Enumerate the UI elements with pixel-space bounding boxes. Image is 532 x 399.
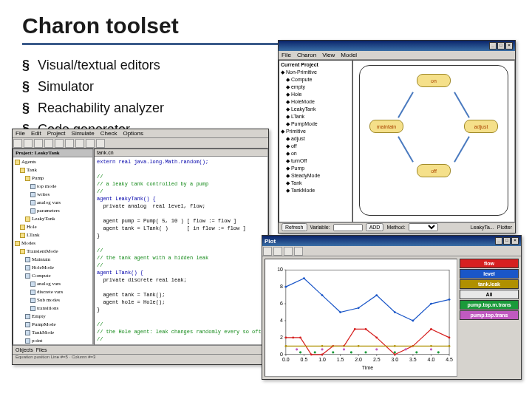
toolbar-button[interactable] xyxy=(263,247,272,256)
tree-node[interactable]: LTank xyxy=(15,231,91,239)
toolbar-button[interactable] xyxy=(284,247,293,256)
toolbar-button[interactable] xyxy=(75,139,84,148)
diagram-tree-node[interactable]: ◆ Tank xyxy=(281,180,350,187)
tree-node[interactable]: HoleMode xyxy=(15,264,91,272)
editor-tab[interactable]: Files xyxy=(36,347,47,352)
diagram-tree-node[interactable]: ◆ turnOff xyxy=(281,157,350,165)
tree-node[interactable]: Pump xyxy=(15,174,91,183)
close-icon[interactable]: × xyxy=(505,42,513,50)
tree-node[interactable]: Modes xyxy=(15,239,91,248)
tree-node[interactable]: top mode xyxy=(15,183,91,191)
diagram-tree-node[interactable]: ◆ on xyxy=(281,150,350,157)
diagram-tree-node[interactable]: ◆ TankMode xyxy=(281,187,350,194)
menu-item[interactable]: Model xyxy=(341,52,357,58)
diagram-menubar[interactable]: FileCharonViewModel xyxy=(279,51,515,60)
diagram-tree-node[interactable]: ◆ LeakyTank xyxy=(281,106,350,113)
diagram-tree-node[interactable]: ◆ Compute xyxy=(281,76,350,83)
toolbar-button[interactable] xyxy=(294,247,303,256)
toolbar-button[interactable] xyxy=(44,139,53,148)
diagram-tree-node[interactable]: ◆ Primitive xyxy=(281,128,350,135)
close-icon[interactable]: × xyxy=(511,237,519,245)
bottom-tab[interactable]: Plotter xyxy=(497,225,512,230)
tree-node[interactable]: Agents xyxy=(15,158,91,166)
tree-node[interactable]: writes xyxy=(15,191,91,199)
tree-node[interactable]: PumpMode xyxy=(15,321,91,329)
minimize-icon[interactable]: _ xyxy=(489,42,497,50)
diagram-tree-node[interactable]: ◆ empty xyxy=(281,83,350,91)
code-tab[interactable]: tank.cn xyxy=(95,149,267,157)
tree-node[interactable]: Compute xyxy=(15,272,91,280)
tree-node[interactable]: analog vars xyxy=(15,280,91,288)
diagram-tree-node[interactable]: ◆ SteadyMode xyxy=(281,172,350,180)
toolbar-button[interactable] xyxy=(65,139,74,148)
minimize-icon[interactable]: _ xyxy=(495,237,502,245)
toolbar-button[interactable] xyxy=(24,139,33,148)
tree-node[interactable]: TankMode xyxy=(15,329,91,337)
bottom-tabs[interactable]: ObjectsFiles xyxy=(13,345,268,354)
tree-node[interactable]: LeakyTank xyxy=(15,215,91,223)
maximize-icon[interactable]: □ xyxy=(503,237,511,245)
toolbar-button[interactable] xyxy=(55,139,64,148)
add-button[interactable]: ADD xyxy=(366,223,384,231)
toolbar-button[interactable] xyxy=(86,139,95,148)
diagram-tree-node[interactable]: ◆ Pump xyxy=(281,165,350,172)
state-on[interactable]: on xyxy=(417,74,451,87)
maximize-icon[interactable]: □ xyxy=(497,42,505,50)
state-adjust[interactable]: adjust xyxy=(464,120,498,133)
diagram-tree-node[interactable]: ◆ Hole xyxy=(281,91,350,98)
tree-node[interactable]: Empty xyxy=(15,313,91,321)
menu-item[interactable]: Edit xyxy=(31,130,41,137)
diagram-tree[interactable]: Current Project ◆ Non-Primitive◆ Compute… xyxy=(279,60,352,222)
editor-menubar[interactable]: FileEditProjectSimulateCheckOptions xyxy=(13,129,268,138)
menu-item[interactable]: Check xyxy=(100,130,117,137)
toolbar-button[interactable] xyxy=(13,139,22,148)
tree-node[interactable]: TransientMode xyxy=(15,248,91,256)
legend-item[interactable]: flow xyxy=(460,259,519,268)
tree-node[interactable]: discrete vars xyxy=(15,288,91,296)
menu-item[interactable]: File xyxy=(16,130,25,137)
tree-node[interactable]: Sub modes xyxy=(15,296,91,304)
diagram-tree-node[interactable]: ◆ Non-Primitive xyxy=(281,69,350,76)
diagram-canvas[interactable]: on maintain adjust off xyxy=(352,60,515,222)
tree-node[interactable]: Hole xyxy=(15,223,91,231)
refresh-button[interactable]: Refresh xyxy=(282,223,307,231)
state-off[interactable]: off xyxy=(417,164,451,177)
code-pane[interactable]: tank.cn extern real java.long.Math.rando… xyxy=(94,149,268,345)
legend-item[interactable]: pump.top.m.trans xyxy=(460,300,519,310)
diagram-tree-node[interactable]: ◆ off xyxy=(281,143,350,150)
editor-toolbar[interactable] xyxy=(13,138,268,149)
tree-node[interactable]: Maintain xyxy=(15,256,91,264)
menu-item[interactable]: Options xyxy=(123,130,143,137)
diagram-titlebar[interactable]: _ □ × xyxy=(279,41,515,51)
menu-item[interactable]: Project xyxy=(47,130,66,137)
menu-item[interactable]: File xyxy=(282,52,291,58)
toolbar-button[interactable] xyxy=(96,139,105,148)
tree-node[interactable]: transitions xyxy=(15,304,91,313)
legend-item[interactable]: level xyxy=(460,269,519,279)
toolbar-button[interactable] xyxy=(273,247,282,256)
tree-node[interactable]: parameters xyxy=(15,207,91,215)
tree-node[interactable]: analog vars xyxy=(15,199,91,207)
project-tree-pane[interactable]: Project: LeakyTank AgentsTankPumptop mod… xyxy=(13,149,94,345)
toolbar-button[interactable] xyxy=(34,139,43,148)
legend-item[interactable]: pump.top.trans xyxy=(460,310,519,320)
method-select[interactable] xyxy=(409,223,438,231)
menu-item[interactable]: View xyxy=(322,52,335,58)
tree-node[interactable]: point xyxy=(15,337,91,345)
tree-node[interactable]: Tank xyxy=(15,166,91,174)
state-maintain[interactable]: maintain xyxy=(369,120,403,133)
diagram-tree-node[interactable]: ◆ LTank xyxy=(281,113,350,120)
diagram-tree-node[interactable]: ◆ HoleMode xyxy=(281,98,350,106)
plot-toolbar[interactable] xyxy=(262,246,521,256)
legend-item[interactable]: tank.leak xyxy=(460,279,519,289)
menu-item[interactable]: Simulate xyxy=(72,130,95,137)
variable-input[interactable] xyxy=(333,224,363,231)
bottom-tab[interactable]: LeakyTa... xyxy=(471,225,494,230)
legend-item[interactable]: All xyxy=(460,290,519,299)
menu-item[interactable]: Charon xyxy=(297,52,316,58)
plot-titlebar[interactable]: Plot _ □ × xyxy=(262,236,521,246)
editor-tab[interactable]: Objects xyxy=(16,347,33,352)
diagram-tree-node[interactable]: ◆ PumpMode xyxy=(281,120,350,128)
diagram-tree-node[interactable]: ◆ adjust xyxy=(281,135,350,143)
plot-canvas[interactable]: 02468100.00.51.01.52.02.53.03.54.04.5Tim… xyxy=(265,259,457,377)
